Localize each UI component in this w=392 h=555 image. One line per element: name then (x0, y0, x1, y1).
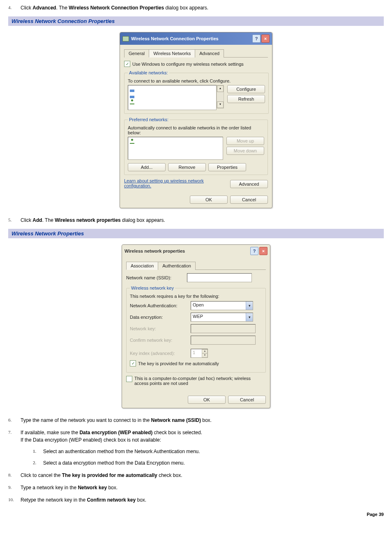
spinner-down-icon[interactable]: ▾ (202, 353, 208, 357)
move-down-button[interactable]: Move down (226, 147, 264, 155)
adhoc-checkbox[interactable]: ✓ (126, 376, 132, 382)
step-7-2: 2. Select a data encryption method from … (33, 459, 384, 467)
cancel-button[interactable]: Cancel (228, 396, 266, 404)
spinner-up-icon[interactable]: ▴ (202, 349, 208, 353)
close-button[interactable]: × (259, 247, 267, 255)
net-auth-label: Network Authentication: (130, 303, 187, 308)
list-item[interactable] (129, 92, 215, 99)
step-10: 10. Retype the network key in the Confir… (8, 496, 384, 504)
available-hint: To connect to an available network, clic… (128, 78, 265, 83)
title2-text: Wireless network properties (125, 249, 185, 253)
preferred-legend: Preferred networks: (128, 117, 170, 122)
help-button[interactable]: ? (252, 35, 261, 43)
help-button[interactable]: ? (250, 247, 258, 255)
list-item[interactable] (129, 138, 222, 144)
network-key-input[interactable] (191, 324, 256, 333)
use-windows-checkbox[interactable]: ✓ (124, 61, 130, 67)
step5-num: 5. (8, 216, 12, 223)
confirm-key-input[interactable] (191, 336, 256, 345)
remove-button[interactable]: Remove (168, 163, 206, 171)
network-key-label: Network key: (130, 326, 187, 331)
key-index-spinner[interactable]: 1 ▴ ▾ (191, 349, 208, 358)
tab-authentication[interactable]: Authentication (158, 262, 196, 270)
scrollbar[interactable]: ▴ ▾ (217, 85, 224, 108)
dialog-connection-properties: Wireless Network Connection Properties ?… (120, 32, 272, 208)
net-auth-select[interactable]: Open ▾ (191, 301, 253, 310)
step4-num: 4. (8, 4, 12, 11)
section1-header: Wireless Network Connection Properties (8, 16, 384, 26)
key-hint: This network requires a key for the foll… (130, 294, 262, 299)
scroll-down-icon[interactable]: ▾ (217, 101, 224, 108)
scroll-up-icon[interactable]: ▴ (217, 85, 224, 92)
step-9: 9. Type a network key in the Network key… (8, 484, 384, 491)
page-number: Page 39 (8, 512, 384, 517)
add-button[interactable]: Add... (128, 163, 166, 171)
key-index-label: Key index (advanced): (130, 351, 187, 356)
antenna-icon (130, 138, 134, 144)
data-enc-select[interactable]: WEP ▾ (191, 313, 253, 322)
cancel-button[interactable]: Cancel (230, 196, 268, 204)
signal-icon (130, 93, 134, 98)
titlebar[interactable]: Wireless Network Connection Properties ?… (120, 32, 272, 45)
data-enc-label: Data encryption: (130, 315, 187, 320)
tab-wireless-networks[interactable]: Wireless Networks (149, 49, 195, 58)
preferred-hint: Automatically connect to available netwo… (128, 125, 264, 135)
ssid-label: Network name (SSID): (126, 275, 184, 280)
step-6: 6. Type the name of the network you want… (8, 417, 384, 424)
available-networks-group: Available networks: To connect to an ava… (124, 70, 269, 114)
confirm-key-label: Confirm network key: (130, 338, 187, 343)
learn-link[interactable]: Learn about setting up wireless network … (124, 178, 206, 188)
chevron-down-icon: ▾ (246, 313, 253, 321)
key-legend: Wireless network key (130, 286, 175, 290)
close-button[interactable]: × (261, 35, 270, 43)
step-5: 5. Click Add. The Wireless network prope… (8, 216, 384, 224)
tab-general[interactable]: General (124, 49, 149, 58)
step-7: 7. If available, make sure the Data encr… (8, 429, 384, 467)
tab-strip: General Wireless Networks Advanced (124, 49, 268, 58)
step-8: 8. Click to cancel the The key is provid… (8, 472, 384, 479)
step-7-1: 1. Select an authentication method from … (33, 448, 384, 455)
ok-button[interactable]: OK (188, 396, 226, 404)
available-networks-listbox[interactable] (128, 85, 217, 110)
chevron-down-icon: ▾ (246, 302, 253, 310)
step-4: 4. Click Advanced. The Wireless Network … (8, 4, 384, 12)
move-up-button[interactable]: Move up (226, 137, 264, 145)
properties-button[interactable]: Properties (208, 163, 246, 171)
section2-header: Wireless Network Properties (8, 229, 384, 238)
titlebar2[interactable]: Wireless network properties ? × (122, 245, 270, 257)
configure-button[interactable]: Configure (227, 85, 265, 93)
list-item[interactable] (129, 86, 215, 92)
available-legend: Available networks: (128, 70, 169, 75)
tab-advanced[interactable]: Advanced (195, 49, 224, 58)
tab-association[interactable]: Association (126, 262, 158, 270)
ssid-input[interactable] (187, 273, 252, 282)
refresh-button[interactable]: Refresh (227, 95, 265, 103)
signal-icon (130, 87, 134, 92)
use-windows-label: Use Windows to configure my wireless net… (132, 62, 244, 67)
ok-button[interactable]: OK (190, 196, 228, 204)
step7-num: 7. (8, 429, 12, 436)
wireless-key-group: Wireless network key This network requir… (126, 286, 266, 373)
antenna-icon (130, 99, 134, 104)
tab-strip2: Association Authentication (126, 261, 266, 270)
preferred-networks-listbox[interactable] (128, 137, 223, 160)
auto-key-label: The key is provided for me automatically (138, 361, 219, 366)
dialog-network-properties: Wireless network properties ? × Associat… (122, 244, 270, 408)
network-window-icon (122, 36, 129, 41)
advanced-button[interactable]: Advanced (230, 180, 268, 188)
step6-num: 6. (8, 417, 12, 424)
auto-key-checkbox[interactable]: ✓ (130, 360, 136, 366)
title-text: Wireless Network Connection Properties (131, 36, 219, 41)
list-item[interactable] (129, 99, 215, 105)
preferred-networks-group: Preferred networks: Automatically connec… (124, 117, 268, 175)
adhoc-label: This is a computer-to-computer (ad hoc) … (134, 376, 254, 386)
